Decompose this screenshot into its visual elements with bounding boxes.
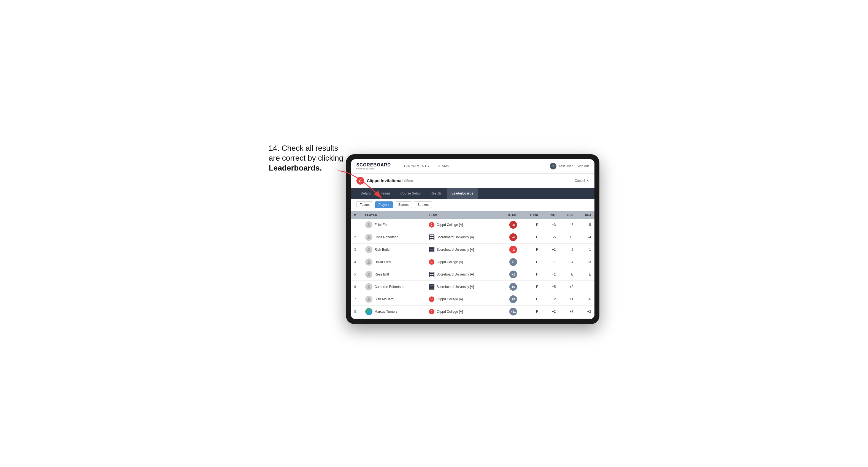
- cell-player: Cameron Robertson: [362, 280, 426, 293]
- cell-rd1: +1: [541, 243, 559, 256]
- player-name: Cameron Robertson: [375, 285, 404, 289]
- instruction-block: 14. Check all results are correct by cli…: [269, 143, 343, 173]
- svg-point-1: [368, 223, 370, 225]
- score-badge: +1: [509, 271, 517, 278]
- app-logo-sub: Powered by clippd: [356, 167, 391, 170]
- player-avatar-photo: [365, 308, 372, 315]
- cancel-icon: ✕: [586, 179, 589, 183]
- player-avatar: [365, 258, 372, 266]
- cell-rd1: +1: [541, 268, 559, 280]
- cell-rank: 5: [351, 268, 362, 280]
- table-row: 3 Rich Butler▬▬▬▬▬▬Scoreboard University…: [351, 243, 594, 256]
- cell-thru: F: [520, 305, 541, 318]
- cell-rd1: +1: [541, 256, 559, 268]
- cell-player: Rees Britt: [362, 268, 426, 280]
- cell-rd2: E: [559, 268, 577, 280]
- table-header-row: # PLAYER TEAM TOTAL THRU RD1 RD2 RD3: [351, 211, 594, 219]
- svg-point-6: [368, 285, 370, 287]
- cell-player: David Ford: [362, 256, 426, 268]
- tab-teams[interactable]: Teams: [376, 188, 395, 199]
- col-team: TEAM: [426, 211, 498, 219]
- cell-rd3: -4: [577, 231, 594, 243]
- cell-rd3: -5: [577, 219, 594, 231]
- app-logo: SCOREBOARD: [356, 162, 391, 167]
- player-name: Blair McHarg: [375, 297, 394, 301]
- player-name: Rich Butler: [375, 248, 391, 252]
- table-row: 7 Blair McHargCClippd College [A]+9F+2+1…: [351, 293, 594, 305]
- logo-area: SCOREBOARD Powered by clippd: [356, 162, 391, 170]
- cell-team: CClippd College [A]: [426, 293, 498, 305]
- table-row: 2 Chris Robertson▬▬▬▬▬▬Scoreboard Univer…: [351, 231, 594, 243]
- table-row: 4 David FordCClippd College [A]EF+1-4+3: [351, 256, 594, 268]
- team-name: Clippd College [A]: [437, 297, 463, 301]
- player-avatar: [365, 246, 372, 253]
- cell-thru: F: [520, 256, 541, 268]
- filter-teams-button[interactable]: Teams: [356, 201, 373, 208]
- tab-leaderboards[interactable]: Leaderboards: [447, 188, 478, 199]
- tab-results[interactable]: Results: [426, 188, 446, 199]
- leaderboard-table: # PLAYER TEAM TOTAL THRU RD1 RD2 RD3 1: [351, 211, 594, 318]
- team-name: Clippd College [A]: [437, 310, 463, 314]
- cell-rd2: -4: [559, 256, 577, 268]
- tournament-header: C Clippd Invitational (Men) Cancel ✕: [351, 174, 594, 188]
- cancel-button[interactable]: Cancel ✕: [575, 179, 589, 183]
- filter-players-button[interactable]: Players: [375, 201, 393, 208]
- score-badge: +6: [509, 283, 517, 291]
- cell-player: Blair McHarg: [362, 293, 426, 305]
- nav-teams[interactable]: TEAMS: [437, 163, 449, 169]
- tab-course-setup[interactable]: Course Setup: [396, 188, 425, 199]
- page-wrapper: 14. Check all results are correct by cli…: [269, 143, 599, 324]
- user-avatar: T: [550, 163, 556, 169]
- filter-bar: Teams Players Scores Strokes: [351, 199, 594, 211]
- score-badge: +9: [509, 295, 517, 303]
- player-name: Chris Robertson: [375, 235, 399, 239]
- cell-rd1: +3: [541, 219, 559, 231]
- svg-point-3: [368, 248, 370, 250]
- instruction-line2: are correct by clicking: [269, 154, 343, 162]
- sign-out-link[interactable]: Sign out: [577, 164, 589, 168]
- player-avatar: [365, 221, 372, 228]
- cell-thru: F: [520, 293, 541, 305]
- cell-team: ▬▬▬▬▬▬Scoreboard University [A]: [426, 243, 498, 256]
- score-badge: -8: [509, 221, 517, 229]
- col-rd2: RD2: [559, 211, 577, 219]
- cell-rank: 3: [351, 243, 362, 256]
- cell-rd2: +2: [559, 280, 577, 293]
- leaderboard-container: # PLAYER TEAM TOTAL THRU RD1 RD2 RD3 1: [351, 211, 594, 318]
- cell-rank: 7: [351, 293, 362, 305]
- cell-rd3: +2: [577, 305, 594, 318]
- cell-player: Rich Butler: [362, 243, 426, 256]
- score-badge: -2: [509, 246, 517, 253]
- filter-scores-button[interactable]: Scores: [395, 201, 412, 208]
- col-rd1: RD1: [541, 211, 559, 219]
- col-total: TOTAL: [497, 211, 520, 219]
- col-rank: #: [351, 211, 362, 219]
- cell-total: +11: [497, 305, 520, 318]
- svg-point-5: [368, 273, 370, 274]
- filter-strokes-button[interactable]: Strokes: [414, 201, 432, 208]
- header-right: T Test User | Sign out: [550, 163, 589, 169]
- instruction-line1: 14. Check all results: [269, 144, 338, 152]
- cell-rank: 8: [351, 305, 362, 318]
- col-rd3: RD3: [577, 211, 594, 219]
- table-row: 6 Cameron Robertson▬▬▬▬▬▬Scoreboard Univ…: [351, 280, 594, 293]
- col-player: PLAYER: [362, 211, 426, 219]
- nav-tournaments[interactable]: TOURNAMENTS: [402, 163, 429, 169]
- cell-rank: 2: [351, 231, 362, 243]
- player-avatar: [365, 295, 372, 303]
- team-logo-clippd: C: [429, 259, 434, 265]
- team-logo-scoreboard: ▬▬▬▬▬▬: [429, 272, 434, 277]
- tab-details[interactable]: Details: [356, 188, 375, 199]
- tournament-title: Clippd Invitational: [367, 178, 403, 183]
- cell-total: E: [497, 256, 520, 268]
- tab-navigation: Details Teams Course Setup Results Leade…: [351, 188, 594, 199]
- tablet-frame: SCOREBOARD Powered by clippd TOURNAMENTS…: [346, 154, 599, 324]
- team-name: Scoreboard University [A]: [437, 248, 474, 252]
- team-name: Scoreboard University [A]: [437, 273, 474, 276]
- team-name: Scoreboard University [A]: [437, 285, 474, 289]
- cell-rd2: -2: [559, 243, 577, 256]
- player-name: Marcus Turners: [375, 310, 398, 314]
- cell-rd1: +5: [541, 280, 559, 293]
- app-header: SCOREBOARD Powered by clippd TOURNAMENTS…: [351, 159, 594, 174]
- cell-total: -2: [497, 243, 520, 256]
